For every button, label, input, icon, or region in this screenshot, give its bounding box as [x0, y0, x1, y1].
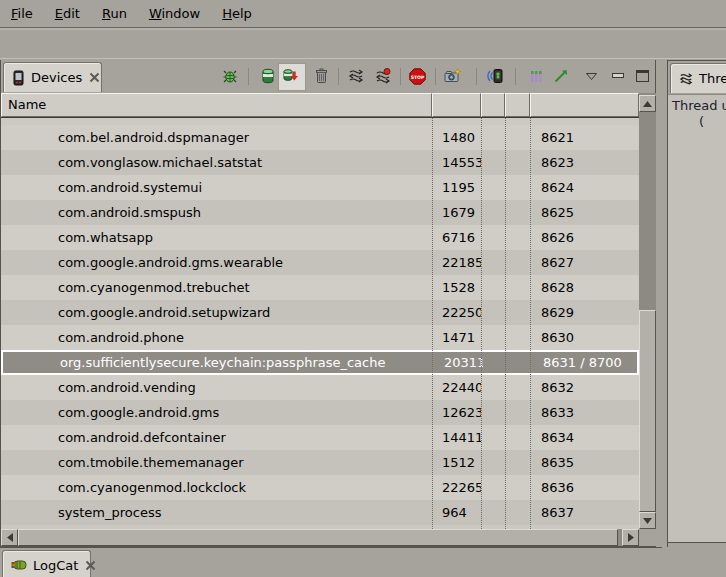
cause-gc-trash-icon[interactable]: [312, 67, 330, 85]
cell-name: com.cyanogenmod.trebuchet: [1, 275, 432, 300]
table-row[interactable]: com.vonglasow.michael.satstat145538623: [1, 150, 639, 175]
cell-port: 8624: [530, 175, 639, 200]
cell-pid: 12623: [432, 400, 481, 425]
cell-name: com.android.defcontainer: [1, 425, 432, 450]
cell-name: org.sufficientlysecure.keychain:passphra…: [3, 350, 434, 375]
trend-arrow-icon[interactable]: [552, 67, 570, 85]
menu-window[interactable]: Window: [138, 2, 211, 26]
tab-logcat[interactable]: LogCat: [2, 550, 91, 577]
cell-port: 8634: [530, 425, 639, 450]
toolbar-separator: [435, 68, 436, 85]
menu-run[interactable]: Run: [91, 2, 138, 26]
table-row[interactable]: com.android.systemui11958624: [1, 175, 639, 200]
cell-pid: 1195: [432, 175, 481, 200]
table-row[interactable]: com.android.defcontainer144118634: [1, 425, 639, 450]
cell-port: 8628: [530, 275, 639, 300]
toolbar-separator: [338, 68, 339, 85]
dump-hprof-button[interactable]: [278, 63, 306, 91]
cell-name: com.bel.android.dspmanager: [1, 125, 432, 150]
threads-icon: [679, 72, 693, 86]
table-row[interactable]: com.cyanogenmod.trebuchet15288628: [1, 275, 639, 300]
stop-process-icon[interactable]: STOP: [408, 67, 426, 85]
menu-file[interactable]: File: [0, 2, 44, 26]
cell-name: com.android.vending: [1, 375, 432, 400]
devices-tabbar: Devices: [1, 60, 655, 94]
threads-message-line1: Thread up: [672, 98, 726, 114]
cell-name: com.vonglasow.michael.satstat: [1, 150, 432, 175]
devices-view: Devices: [0, 60, 656, 547]
scroll-left-button[interactable]: [1, 529, 18, 546]
phone-icon: [12, 70, 25, 86]
cell-port: 8636: [530, 475, 639, 500]
table-row[interactable]: com.google.android.gms.wearable221858627: [1, 250, 639, 275]
cell-name: com.cyanogenmod.lockclock: [1, 475, 432, 500]
cell-pid: 1679: [432, 200, 481, 225]
horizontal-scrollbar[interactable]: [1, 529, 639, 546]
cell-port: 8627: [530, 250, 639, 275]
ddms-window: File Edit Run Window Help Devices: [0, 0, 726, 577]
toolbar-separator: [476, 68, 477, 85]
table-row[interactable]: com.whatsapp67168626: [1, 225, 639, 250]
column-header-port[interactable]: [530, 93, 639, 117]
method-profiling-icon[interactable]: [374, 67, 392, 85]
cell-pid: 1528: [432, 275, 481, 300]
table-row[interactable]: com.android.smspush16798625: [1, 200, 639, 225]
logcat-icon: [11, 559, 27, 571]
logcat-view: LogCat: [0, 547, 662, 577]
close-icon[interactable]: [89, 72, 100, 83]
horizontal-scrollbar-thumb[interactable]: [18, 529, 618, 546]
cell-port: 8635: [530, 450, 639, 475]
scroll-down-button[interactable]: [639, 512, 656, 529]
table-row[interactable]: org.sufficientlysecure.keychain:passphra…: [1, 350, 639, 375]
scroll-right-button[interactable]: [622, 529, 639, 546]
cell-name: com.google.android.gms.wearable: [1, 250, 432, 275]
minimize-view-icon[interactable]: [609, 67, 627, 85]
close-icon[interactable]: [85, 560, 96, 571]
table-row[interactable]: com.android.phone14718630: [1, 325, 639, 350]
menu-bar: File Edit Run Window Help: [0, 0, 726, 28]
scroll-up-button[interactable]: [639, 95, 656, 112]
column-header-pid[interactable]: [432, 93, 481, 117]
main-toolbar: [0, 29, 726, 59]
sysinfo-columns-icon[interactable]: [527, 67, 545, 85]
cell-pid: 964: [432, 500, 481, 525]
table-row[interactable]: com.tmobile.thememanager15128635: [1, 450, 639, 475]
tab-threads-label: Threa: [699, 71, 726, 86]
column-divider: [481, 118, 482, 529]
cell-port: 8637: [530, 500, 639, 525]
toolbar-separator: [515, 68, 516, 85]
column-header-empty1[interactable]: [481, 93, 505, 117]
column-header-name[interactable]: Name: [1, 93, 432, 117]
cell-port: 8621: [530, 125, 639, 150]
device-screen-stack-icon[interactable]: [486, 67, 504, 85]
cell-name: com.tmobile.thememanager: [1, 450, 432, 475]
panel-splitter[interactable]: [656, 60, 668, 547]
menu-edit[interactable]: Edit: [44, 2, 91, 26]
tab-threads[interactable]: Threa: [670, 63, 726, 93]
vertical-scrollbar[interactable]: [639, 93, 656, 529]
table-row[interactable]: com.google.android.gms126238633: [1, 400, 639, 425]
vertical-scrollbar-thumb[interactable]: [639, 310, 656, 512]
cell-port: 8631 / 8700: [532, 350, 639, 375]
show-heap-updates-icon[interactable]: [259, 67, 277, 85]
update-threads-icon[interactable]: [347, 67, 365, 85]
cell-port: 8630: [530, 325, 639, 350]
table-row[interactable]: system_process9648637: [1, 500, 639, 525]
cell-pid: 6716: [432, 225, 481, 250]
screen-capture-icon[interactable]: [443, 67, 461, 85]
cell-pid: 22185: [432, 250, 481, 275]
cell-port: 8633: [530, 400, 639, 425]
view-menu-chevron-icon[interactable]: [585, 67, 598, 85]
table-row[interactable]: com.google.android.setupwizard222508629: [1, 300, 639, 325]
threads-view: Threa Thread up (: [668, 60, 726, 543]
cell-port: 8623: [530, 150, 639, 175]
cell-pid: 1512: [432, 450, 481, 475]
column-header-empty2[interactable]: [505, 93, 530, 117]
table-row[interactable]: com.android.vending224408632: [1, 375, 639, 400]
menu-help[interactable]: Help: [211, 2, 263, 26]
tab-devices[interactable]: Devices: [3, 62, 102, 92]
debug-process-icon[interactable]: [221, 67, 239, 85]
maximize-view-icon[interactable]: [633, 67, 651, 85]
table-row[interactable]: com.cyanogenmod.lockclock222658636: [1, 475, 639, 500]
table-row[interactable]: com.bel.android.dspmanager14808621: [1, 125, 639, 150]
